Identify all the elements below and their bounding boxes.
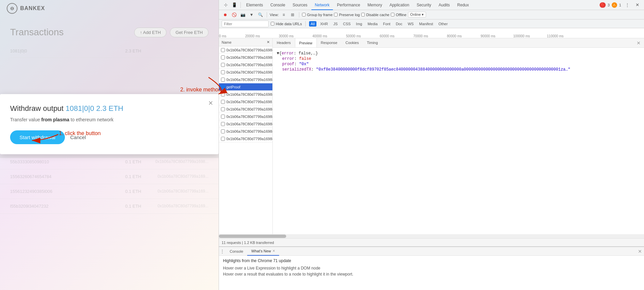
list-item[interactable]: 0x1b06a78C80d7799a16988... <box>219 128 272 135</box>
tx-hash: 0x1b06a78C80d7799a169... <box>141 174 209 179</box>
tab-performance[interactable]: Performance <box>334 0 364 10</box>
modal-title-id: 1081|0|0 <box>66 104 94 113</box>
hide-data-urls-checkbox[interactable] <box>271 22 274 26</box>
search-button[interactable]: 🔍 <box>257 11 264 18</box>
disable-cache-checkbox[interactable] <box>361 13 365 16</box>
list-item-selected[interactable]: getProof <box>219 83 272 91</box>
req-checkbox[interactable] <box>221 129 225 133</box>
tab-console[interactable]: Console <box>267 0 289 10</box>
network-timeline: 10000 ms 20000 ms 30000 ms 40000 ms 5000… <box>219 28 644 38</box>
console-panel: ⋮ Console What's New ✕ ✕ Highlights from… <box>219 246 644 290</box>
list-item[interactable]: 0x1b06a78C80d7799a16988... <box>219 120 272 128</box>
tab-elements[interactable]: Elements <box>243 0 266 10</box>
toolbar-sep1 <box>267 12 267 17</box>
req-checkbox[interactable] <box>221 55 225 59</box>
filter-type-css[interactable]: CSS <box>341 21 352 27</box>
filter-button[interactable]: ▼ <box>248 11 255 18</box>
list-item[interactable]: 0x1b06a78C80d7799a16988... <box>219 106 272 113</box>
modal-close-button[interactable]: ✕ <box>208 99 213 107</box>
devtools-mobile-icon[interactable]: 📱 <box>230 1 238 9</box>
devtools-more-btn[interactable]: ⋮ <box>623 1 631 9</box>
modal-desc-bold: from plasma <box>41 117 69 122</box>
timeline-marker-9: 90000 ms <box>481 34 495 38</box>
filter-type-other[interactable]: Other <box>437 21 450 27</box>
filter-type-all[interactable]: All <box>309 21 316 27</box>
list-item[interactable]: 0x1b06a78C80d7799a1698... <box>219 98 272 106</box>
tab-whats-new[interactable]: What's New ✕ <box>247 247 279 256</box>
req-checkbox[interactable] <box>221 122 225 126</box>
scrollbar-thumb[interactable] <box>219 235 286 238</box>
tab-response[interactable]: Response <box>317 38 342 47</box>
timeline-marker-6: 60000 ms <box>380 34 394 38</box>
tab-redux[interactable]: Redux <box>454 0 472 10</box>
req-checkbox[interactable] <box>221 70 225 74</box>
online-dropdown[interactable]: Online ▾ <box>408 12 426 17</box>
camera-button[interactable]: 📷 <box>239 11 247 18</box>
filter-type-img[interactable]: Img <box>354 21 364 27</box>
filter-type-media[interactable]: Media <box>366 21 379 27</box>
tab-audits[interactable]: Audits <box>435 0 453 10</box>
timeline-marker-10: 100000 ms <box>513 34 530 38</box>
filter-type-doc[interactable]: Doc <box>394 21 404 27</box>
filter-type-manifest[interactable]: Manifest <box>417 21 435 27</box>
list-item[interactable]: 0x1b06a78C80d7799a16988... <box>219 91 272 98</box>
tab-headers[interactable]: Headers <box>273 38 295 47</box>
list-item[interactable]: 0x1b06a78C80d7799a16988... <box>219 76 272 83</box>
tab-application[interactable]: Application <box>386 0 413 10</box>
filter-type-font[interactable]: Font <box>381 21 392 27</box>
group-by-frame-checkbox[interactable] <box>302 13 306 16</box>
req-name: 0x1b06a78C80d7799a16988... <box>226 129 272 133</box>
tab-preview[interactable]: Preview <box>295 38 317 47</box>
group-by-frame-label: Group by frame <box>307 13 333 17</box>
tab-timing[interactable]: Timing <box>363 38 382 47</box>
preview-close-btn[interactable]: ✕ <box>635 39 643 47</box>
modal-title-prefix: Withdraw output <box>10 104 66 113</box>
req-checkbox[interactable] <box>221 48 225 52</box>
preserve-log-checkbox[interactable] <box>334 13 338 16</box>
list-item[interactable]: 0x1b06a78C80d7799a16988... <box>219 69 272 76</box>
tab-console-bottom[interactable]: Console <box>226 247 247 256</box>
filter-type-ws[interactable]: WS <box>406 21 415 27</box>
modal-actions: Start withdrawal Cancel <box>10 130 209 144</box>
whats-new-label: What's New <box>251 247 271 255</box>
tab-network[interactable]: Network <box>311 0 333 10</box>
req-checkbox[interactable] <box>221 92 225 96</box>
req-checkbox[interactable] <box>221 63 225 67</box>
error-count: 3 <box>608 3 610 7</box>
req-checkbox[interactable] <box>221 78 225 82</box>
req-checkbox[interactable] <box>221 115 225 119</box>
filter-input[interactable] <box>222 20 269 27</box>
tab-cookies[interactable]: Cookies <box>341 38 363 47</box>
req-checkbox[interactable] <box>221 137 225 141</box>
list-item[interactable]: 0x1b06a78C80d7799a16988... <box>219 61 272 69</box>
list-item[interactable]: 0x1b06a78C80d7799a16988... <box>219 113 272 120</box>
devtools-cursor-icon[interactable]: ⊹ <box>222 1 230 9</box>
list-item[interactable]: 0x1b06a78C80d7799a16988... <box>219 54 272 61</box>
offline-checkbox[interactable] <box>391 13 394 16</box>
req-name: 0x1b06a78C80d7799a16988... <box>226 70 272 74</box>
req-checkbox[interactable] <box>221 100 225 104</box>
clear-button[interactable]: 🚫 <box>230 11 238 18</box>
tab-security[interactable]: Security <box>413 0 434 10</box>
view-list-btn[interactable]: ≡ <box>280 11 288 18</box>
list-item[interactable]: 0x1b06a78C80d7799a16988... <box>219 46 272 54</box>
timeline-marker-3: 30000 ms <box>279 34 294 38</box>
whats-new-close[interactable]: ✕ <box>272 247 275 255</box>
list-item[interactable]: 0x1b06a78C80d7799a16988... <box>219 135 272 142</box>
devtools-close-btn[interactable]: ✕ <box>633 1 641 9</box>
filter-type-xhr[interactable]: XHR <box>318 21 330 27</box>
modal-description: Transfer value from plasma to ethereum n… <box>10 117 209 122</box>
filter-type-js[interactable]: JS <box>332 21 339 27</box>
view-large-btn[interactable]: ⊞ <box>289 11 296 18</box>
req-checkbox[interactable] <box>221 107 225 111</box>
close-panel-btn[interactable]: ✕ <box>267 40 270 44</box>
tab-sources[interactable]: Sources <box>289 0 311 10</box>
tab-memory[interactable]: Memory <box>364 0 385 10</box>
json-proof-line: proof: "0x" <box>277 62 640 67</box>
console-menu-btn[interactable]: ⋮ <box>219 247 226 256</box>
table-row: 15561232490385l006 0.1 ETH 0x1b06a78C80d… <box>0 184 219 199</box>
console-close-btn[interactable]: ✕ <box>636 247 644 255</box>
group-by-frame-group: Group by frame <box>302 13 333 17</box>
start-withdrawal-button[interactable]: Start withdrawal <box>10 130 65 144</box>
record-button[interactable]: ⏺ <box>222 11 229 18</box>
